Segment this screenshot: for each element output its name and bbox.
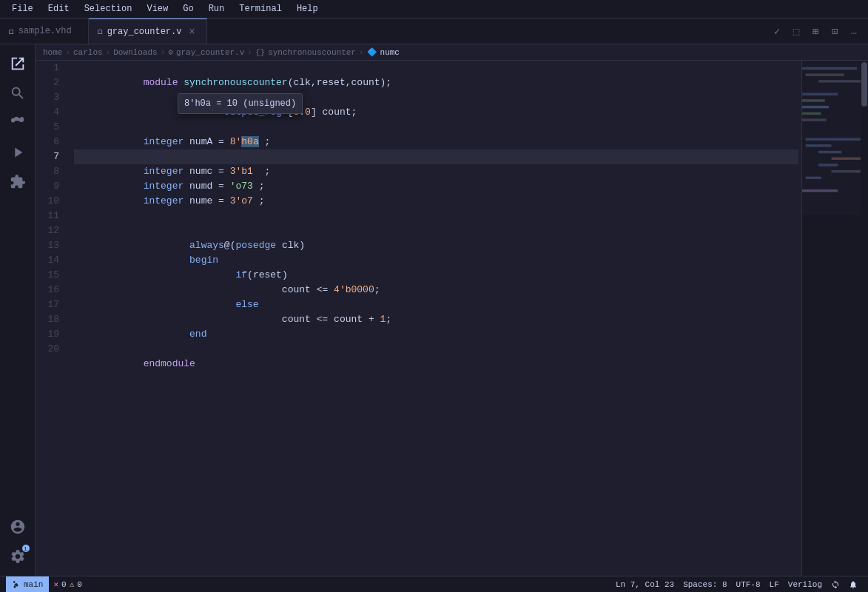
line-num-2: 2 xyxy=(36,75,59,90)
status-branch[interactable]: main xyxy=(6,576,49,593)
line-num-4: 4 xyxy=(36,105,59,120)
status-position[interactable]: Ln 7, Col 23 xyxy=(611,576,679,593)
code-line-5: integer numA = 8'h0a ; xyxy=(74,120,798,135)
more-actions-button[interactable]: … xyxy=(846,23,862,39)
breadcrumb-var[interactable]: numc xyxy=(380,48,400,57)
tab-label-sample-vhd: sample.vhd xyxy=(18,26,72,36)
scrollbar-thumb[interactable] xyxy=(861,62,867,107)
code-line-13: begin xyxy=(74,238,798,253)
tab-gray-counter-v[interactable]: ◻ gray_counter.v × xyxy=(89,18,207,44)
menu-run[interactable]: Run xyxy=(203,2,231,16)
line-num-19: 19 xyxy=(36,327,59,342)
code-content[interactable]: module synchronouscounter(clk,reset,coun… xyxy=(71,61,801,576)
line-num-17: 17 xyxy=(36,297,59,312)
tooltip: 8'h0a = 10 (unsigned) xyxy=(178,93,303,114)
code-line-20: endmodule xyxy=(74,342,798,357)
status-spaces[interactable]: Spaces: 8 xyxy=(679,576,731,593)
activity-explorer-icon[interactable] xyxy=(4,50,31,77)
minimap-svg xyxy=(802,61,861,576)
editor: 1 2 3 4 5 6 7 8 9 10 11 12 13 14 15 16 1 xyxy=(36,61,868,576)
activity-git-icon[interactable] xyxy=(4,110,31,136)
line-num-9: 9 xyxy=(36,179,59,194)
status-sync[interactable] xyxy=(827,576,844,593)
branch-icon xyxy=(12,580,21,589)
activity-settings-icon[interactable]: 1 xyxy=(4,543,31,570)
code-line-17: count <= count + 1; xyxy=(74,297,798,312)
line-numbers: 1 2 3 4 5 6 7 8 9 10 11 12 13 14 15 16 1 xyxy=(36,61,71,576)
svg-rect-17 xyxy=(802,61,861,215)
tooltip-text: 8'h0a = 10 (unsigned) xyxy=(184,98,296,109)
menu-bar: File Edit Selection View Go Run Terminal… xyxy=(0,0,868,18)
line-num-10: 10 xyxy=(36,194,59,209)
tab-actions: ✓ ⬚ ⊞ ⊡ … xyxy=(763,18,868,44)
vhd-file-icon: ◻ xyxy=(9,27,14,36)
line-num-8: 8 xyxy=(36,164,59,179)
status-encoding[interactable]: UTF-8 xyxy=(732,576,765,593)
tab-close-button[interactable]: × xyxy=(186,26,198,38)
status-eol[interactable]: LF xyxy=(765,576,784,593)
status-errors[interactable]: ✕ 0 ⚠ 0 xyxy=(49,576,86,593)
breadcrumb-module[interactable]: synchronouscounter xyxy=(268,48,356,57)
menu-help[interactable]: Help xyxy=(291,2,324,16)
tab-bar: ◻ sample.vhd ◻ gray_counter.v × ✓ ⬚ ⊞ ⊡ … xyxy=(0,18,868,44)
menu-selection[interactable]: Selection xyxy=(78,2,138,16)
toggle-panel-button[interactable]: ⊡ xyxy=(827,23,843,39)
code-line-10 xyxy=(74,194,798,209)
activity-account-icon[interactable] xyxy=(4,514,31,540)
breadcrumb-carlos[interactable]: carlos xyxy=(73,48,103,57)
code-line-3: output_reg [3:0] count; 8'h0a = 10 (unsi… xyxy=(74,90,798,105)
sync-icon xyxy=(831,580,840,589)
error-icon: ✕ xyxy=(53,579,58,589)
breadcrumb-module-icon: {} xyxy=(255,48,265,57)
content: 1 home › carlos › Downloads › ⚙️ gray_co… xyxy=(0,44,868,576)
activity-extensions-icon[interactable] xyxy=(4,169,31,195)
status-language[interactable]: Verilog xyxy=(784,576,827,593)
menu-view[interactable]: View xyxy=(141,2,174,16)
breadcrumb-home[interactable]: home xyxy=(43,48,62,57)
code-line-8: integer numd = 'o73 ; xyxy=(74,164,798,179)
activity-run-icon[interactable] xyxy=(4,139,31,166)
breadcrumb-file[interactable]: gray_counter.v xyxy=(176,48,244,57)
open-editors-button[interactable]: ⬚ xyxy=(788,23,804,39)
line-num-14: 14 xyxy=(36,253,59,268)
breadcrumb-sep-1: › xyxy=(65,48,70,57)
breadcrumb-sep-2: › xyxy=(106,48,111,57)
line-num-5: 5 xyxy=(36,120,59,135)
editor-area: home › carlos › Downloads › ⚙️ gray_coun… xyxy=(36,44,868,576)
line-num-11: 11 xyxy=(36,209,59,223)
code-line-1: module synchronouscounter(clk,reset,coun… xyxy=(74,61,798,75)
line-num-6: 6 xyxy=(36,135,59,149)
menu-terminal[interactable]: Terminal xyxy=(233,2,288,16)
v-file-icon: ◻ xyxy=(98,27,103,36)
tab-sample-vhd[interactable]: ◻ sample.vhd xyxy=(0,18,89,44)
status-bar: main ✕ 0 ⚠ 0 Ln 7, Col 23 Spaces: 8 UTF-… xyxy=(0,576,868,592)
breadcrumb-sep-5: › xyxy=(359,48,364,57)
line-num-15: 15 xyxy=(36,268,59,283)
breadcrumb-var-icon: 🔷 xyxy=(367,47,377,57)
breadcrumb-sep-4: › xyxy=(247,48,252,57)
code-line-14: if(reset) xyxy=(74,253,798,268)
code-line-2: input clk,reset; xyxy=(74,75,798,90)
scrollbar-right[interactable] xyxy=(861,61,868,576)
breadcrumb-downloads[interactable]: Downloads xyxy=(113,48,157,57)
split-editor-button[interactable]: ⊞ xyxy=(807,23,824,39)
position-text: Ln 7, Col 23 xyxy=(616,580,674,589)
check-button[interactable]: ✓ xyxy=(769,23,785,39)
spaces-text: Spaces: 8 xyxy=(683,580,727,589)
breadcrumb: home › carlos › Downloads › ⚙️ gray_coun… xyxy=(36,44,868,61)
line-num-13: 13 xyxy=(36,238,59,253)
app: ◻ sample.vhd ◻ gray_counter.v × ✓ ⬚ ⊞ ⊡ … xyxy=(0,18,868,592)
minimap[interactable] xyxy=(801,61,861,576)
menu-go[interactable]: Go xyxy=(177,2,199,16)
tab-label-gray-counter: gray_counter.v xyxy=(107,27,182,37)
code-line-7: integer numc = 3'b1 ; xyxy=(74,149,798,164)
menu-file[interactable]: File xyxy=(6,2,39,16)
warning-icon: ⚠ xyxy=(70,579,75,589)
code-line-18: end xyxy=(74,312,798,327)
status-notifications[interactable] xyxy=(844,576,862,593)
language-text: Verilog xyxy=(788,580,822,589)
menu-edit[interactable]: Edit xyxy=(42,2,75,16)
bell-icon xyxy=(849,580,858,589)
breadcrumb-sep-3: › xyxy=(161,48,166,57)
activity-search-icon[interactable] xyxy=(4,80,31,107)
